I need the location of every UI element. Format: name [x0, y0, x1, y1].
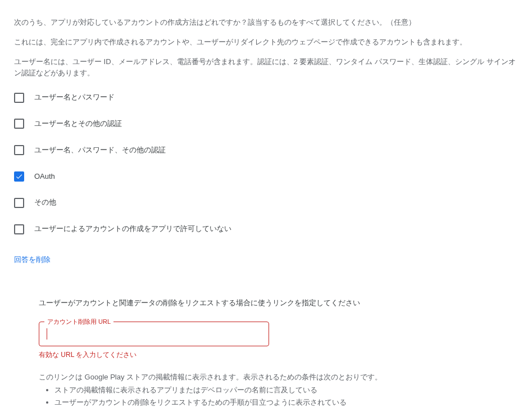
- deletion-url-error: 有効な URL を入力してください: [39, 350, 499, 360]
- option-no-account-creation: ユーザーによるアカウントの作成をアプリで許可していない: [14, 223, 518, 235]
- checkbox-username-other-auth[interactable]: [14, 119, 24, 129]
- option-username-password: ユーザー名とパスワード: [14, 92, 518, 103]
- account-method-options: ユーザー名とパスワード ユーザー名とその他の認証 ユーザー名、パスワード、その他…: [14, 92, 518, 235]
- deletion-url-floating-label: アカウント削除用 URL: [44, 317, 113, 327]
- option-username-password-other: ユーザー名、パスワード、その他の認証: [14, 144, 518, 156]
- option-other: その他: [14, 197, 518, 209]
- checkbox-other[interactable]: [14, 198, 24, 208]
- option-label: OAuth: [34, 171, 55, 183]
- checkbox-username-password-other[interactable]: [14, 145, 24, 155]
- deletion-url-field-wrap: アカウント削除用 URL: [39, 322, 269, 346]
- deletion-url-section: ユーザーがアカウントと関連データの削除をリクエストする場合に使うリンクを指定して…: [39, 297, 499, 407]
- option-label: ユーザー名、パスワード、その他の認証: [34, 144, 166, 156]
- question-desc-2: ユーザー名には、ユーザー ID、メールアドレス、電話番号が含まれます。認証には、…: [14, 56, 518, 80]
- checkbox-username-password[interactable]: [14, 93, 24, 103]
- option-label: ユーザーによるアカウントの作成をアプリで許可していない: [34, 223, 231, 235]
- checkbox-no-account-creation[interactable]: [14, 224, 24, 234]
- check-icon: [15, 173, 23, 180]
- question-text: 次のうち、アプリが対応しているアカウントの作成方法はどれですか？該当するものをす…: [14, 17, 518, 29]
- option-label: ユーザー名とその他の認証: [34, 118, 122, 130]
- conditions-list: ストアの掲載情報に表示されるアプリまたはデベロッパーの名前に言及している ユーザ…: [39, 385, 499, 407]
- question-desc-1: これには、完全にアプリ内で作成されるアカウントや、ユーザーがリダイレクト先のウェ…: [14, 37, 518, 48]
- option-label: その他: [34, 197, 56, 209]
- checkbox-oauth[interactable]: [14, 171, 24, 182]
- delete-answer-link[interactable]: 回答を削除: [14, 254, 51, 266]
- option-username-other-auth: ユーザー名とその他の認証: [14, 118, 518, 130]
- condition-item: ユーザーがアカウントの削除をリクエストするための手順が目立つように表示されている: [54, 397, 499, 407]
- deletion-url-heading: ユーザーがアカウントと関連データの削除をリクエストする場合に使うリンクを指定して…: [39, 297, 499, 309]
- option-oauth: OAuth: [14, 171, 518, 183]
- deletion-url-desc: このリンクは Google Play ストアの掲載情報に表示されます。表示される…: [39, 372, 499, 383]
- condition-item: ストアの掲載情報に表示されるアプリまたはデベロッパーの名前に言及している: [54, 385, 499, 396]
- option-label: ユーザー名とパスワード: [34, 92, 115, 103]
- text-cursor: [47, 328, 47, 340]
